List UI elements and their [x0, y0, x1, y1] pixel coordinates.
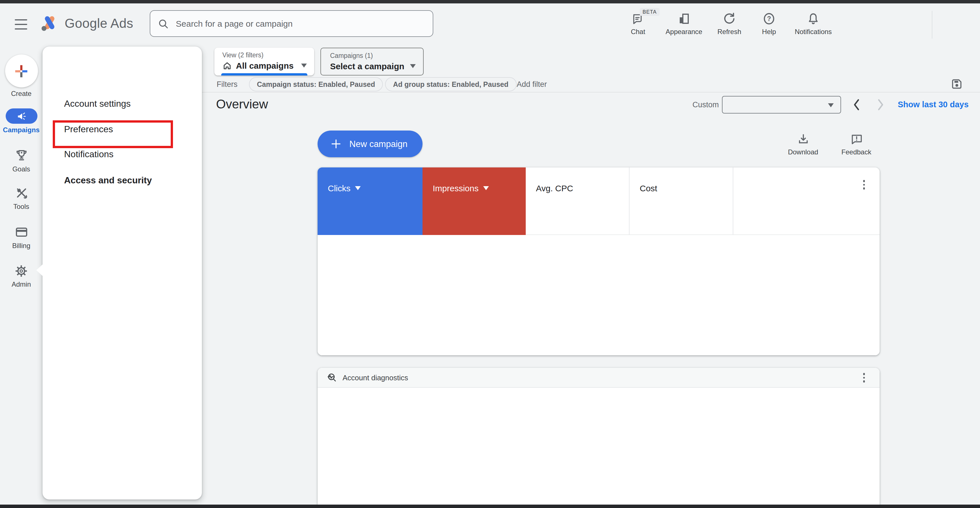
appearance-label: Appearance — [665, 28, 702, 36]
appearance-icon — [677, 12, 691, 26]
billing-label: Billing — [0, 242, 43, 250]
save-icon — [950, 78, 963, 90]
campaigns-active-pill — [5, 109, 37, 124]
divider — [202, 92, 980, 93]
notifications-button[interactable]: Notifications — [787, 10, 839, 36]
refresh-icon — [722, 12, 736, 26]
plus-icon — [330, 138, 342, 150]
menu-item-account-settings[interactable]: Account settings — [64, 99, 131, 109]
diagnostics-icon — [327, 372, 337, 383]
menu-item-access-and-security[interactable]: Access and security — [64, 176, 152, 185]
next-date-range-button[interactable] — [874, 97, 886, 114]
highlight-box — [53, 120, 173, 148]
chat-button[interactable]: BETA Chat — [616, 10, 660, 36]
google-ads-logo: Google Ads — [40, 15, 133, 32]
campaign-selector-value: Select a campaign — [330, 61, 404, 71]
app-title: Google Ads — [65, 16, 133, 31]
scorecard-cost[interactable]: Cost — [630, 168, 733, 235]
browser-top-edge — [0, 0, 980, 3]
chevron-down-icon — [355, 186, 361, 190]
notifications-icon — [807, 12, 820, 26]
help-icon: ? — [762, 12, 776, 26]
chevron-down-icon — [483, 186, 489, 190]
download-button[interactable]: Download — [783, 133, 824, 156]
chevron-down-icon — [828, 103, 834, 107]
search-input[interactable] — [175, 18, 415, 29]
browser-bottom-edge — [0, 505, 980, 508]
scorecard-clicks[interactable]: Clicks — [318, 168, 423, 235]
page-title: Overview — [216, 97, 268, 112]
tools-label: Tools — [0, 203, 43, 211]
goals-label: Goals — [0, 165, 43, 173]
svg-text:?: ? — [767, 15, 771, 22]
create-circle — [5, 54, 38, 88]
home-icon — [222, 61, 232, 70]
view-selector-label: View (2 filters) — [222, 52, 263, 59]
sidebar-item-campaigns[interactable]: Campaigns — [0, 109, 43, 134]
chart-card-menu-button[interactable] — [861, 178, 867, 192]
notifications-label: Notifications — [795, 28, 832, 36]
active-tab-underline — [221, 73, 307, 75]
chevron-left-icon — [851, 97, 863, 112]
feedback-label: Feedback — [842, 148, 871, 156]
view-selector-value: All campaigns — [236, 61, 293, 70]
chevron-right-icon — [874, 97, 886, 112]
gear-icon — [14, 264, 29, 278]
feedback-icon — [850, 133, 863, 146]
tools-icon — [14, 186, 28, 200]
main-menu-button[interactable] — [15, 19, 27, 30]
scorecard-impressions[interactable]: Impressions — [423, 168, 526, 235]
scorecard-spacer — [733, 168, 880, 235]
chat-label: Chat — [631, 28, 645, 36]
campaign-selector[interactable]: Campaigns (1) Select a campaign — [320, 48, 424, 75]
refresh-label: Refresh — [718, 28, 741, 36]
billing-icon — [14, 225, 28, 239]
view-selector[interactable]: View (2 filters) All campaigns — [215, 48, 314, 75]
account-diagnostics-title: Account diagnostics — [342, 373, 408, 382]
chevron-down-icon — [410, 64, 416, 68]
scorecard-avg-cpc-label: Avg. CPC — [536, 183, 573, 193]
save-filter-button[interactable] — [950, 78, 963, 93]
previous-date-range-button[interactable] — [851, 97, 863, 114]
help-label: Help — [762, 28, 776, 36]
filter-chip-ad-group-status[interactable]: Ad group status: Enabled, Paused — [385, 77, 516, 91]
chevron-down-icon — [301, 64, 307, 67]
topbar-actions: BETA Chat Appearance — [616, 10, 839, 36]
megaphone-icon — [16, 111, 26, 121]
new-campaign-button[interactable]: New campaign — [318, 131, 422, 157]
show-last-30-days-link[interactable]: Show last 30 days — [898, 100, 969, 109]
diagnostics-card-menu-button[interactable] — [861, 371, 867, 385]
date-range-mode-label: Custom — [692, 101, 719, 109]
beta-badge: BETA — [640, 8, 660, 16]
sidebar-item-tools[interactable]: Tools — [0, 185, 43, 211]
help-button[interactable]: ? Help — [751, 10, 787, 36]
topbar-divider — [932, 11, 932, 38]
account-diagnostics-header: Account diagnostics — [318, 368, 880, 388]
sidebar-item-goals[interactable]: Goals — [0, 148, 43, 173]
diagnostics-body — [318, 388, 880, 508]
google-ads-logo-icon — [40, 15, 59, 32]
feedback-button[interactable]: Feedback — [836, 133, 877, 156]
top-bar: Google Ads BETA Chat — [0, 3, 980, 46]
refresh-button[interactable]: Refresh — [708, 10, 751, 36]
date-range-select[interactable] — [722, 96, 841, 113]
campaign-selector-label: Campaigns (1) — [330, 52, 373, 59]
scorecard-avg-cpc[interactable]: Avg. CPC — [526, 168, 630, 235]
download-label: Download — [788, 148, 818, 156]
create-label: Create — [0, 89, 43, 97]
add-filter-button[interactable]: Add filter — [517, 80, 547, 89]
menu-item-notifications[interactable]: Notifications — [64, 149, 113, 160]
filters-title: Filters — [216, 80, 238, 89]
download-icon — [797, 133, 810, 146]
scorecard-header: Clicks Impressions Avg. CPC Cost — [318, 168, 880, 235]
filter-chip-campaign-status[interactable]: Campaign status: Enabled, Paused — [249, 77, 383, 91]
scorecard-clicks-label: Clicks — [328, 183, 350, 193]
account-diagnostics-card: Account diagnostics — [318, 368, 880, 508]
google-ads-window: Google Ads BETA Chat — [0, 0, 980, 508]
flyout-notch — [36, 264, 43, 276]
scorecard-impressions-label: Impressions — [433, 183, 479, 193]
sidebar-item-create[interactable]: Create — [0, 54, 43, 97]
global-search[interactable] — [150, 10, 433, 37]
appearance-button[interactable]: Appearance — [660, 10, 708, 36]
sidebar-item-billing[interactable]: Billing — [0, 225, 43, 250]
